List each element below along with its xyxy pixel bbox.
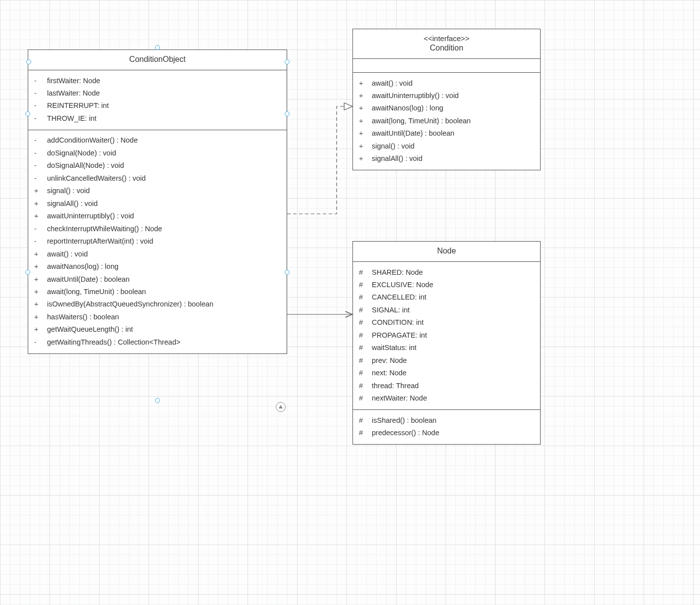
signature: awaitUntil(Date) : boolean [47,274,281,285]
signature: await() : void [47,249,281,259]
signature: doSignal(Node) : void [47,148,281,158]
stereotype-text: <<interface>> [356,34,537,43]
member-row: #waitStatus: int [353,342,540,354]
visibility: - [34,88,47,99]
class-title: Node [353,242,540,262]
member-row: +awaitNanos(log) : long [353,102,540,114]
signature: awaitUninterruptibly() : void [47,210,281,221]
visibility: # [359,267,372,278]
class-title: <<interface>> Condition [353,29,540,59]
selection-handle[interactable] [155,45,160,50]
signature: SIGNAL: int [372,304,534,315]
member-row: #PROPAGATE: int [353,329,540,341]
signature: getWaitingThreads() : Collection<Thread> [47,337,281,348]
class-conditionobject[interactable]: ConditionObject -firstWaiter: Node-lastW… [28,50,287,354]
signature: signalAll() : void [47,198,281,209]
signature: signal() : void [372,141,534,151]
visibility: - [34,173,47,184]
member-row: -firstWaiter: Node [28,74,287,87]
selection-handle[interactable] [285,111,290,116]
signature: unlinkCancelledWaiters() : void [47,173,281,184]
selection-handle[interactable] [155,398,160,403]
member-row: -lastWaiter: Node [28,87,287,99]
selection-handle[interactable] [285,59,290,64]
visibility: # [359,367,372,378]
member-row: -THROW_IE: int [28,112,287,124]
selection-handle[interactable] [25,111,30,116]
visibility: + [34,311,47,322]
visibility: - [34,148,47,158]
member-row: #CANCELLED: int [353,291,540,303]
class-node[interactable]: Node #SHARED: Node#EXCLUSIVE: Node#CANCE… [352,241,541,445]
visibility: + [34,249,47,259]
member-row: +awaitNanos(log) : long [28,260,287,273]
visibility: + [359,115,372,126]
visibility: # [359,355,372,366]
member-row: -REINTERRUPT: int [28,100,287,112]
signature: doSignalAll(Node) : void [47,160,281,171]
signature: await(long, TimeUnit) : boolean [47,286,281,297]
svg-marker-0 [279,405,283,408]
signature: prev: Node [372,355,534,366]
selection-handle[interactable] [285,270,290,275]
signature: firstWaiter: Node [47,75,281,86]
member-row: +signalAll() : void [28,197,287,209]
visibility: + [34,286,47,297]
member-row: -addConditionWaiter() : Node [28,134,287,147]
member-row: +awaitUninterruptibly() : void [28,210,287,222]
signature: signalAll() : void [372,153,534,164]
signature: signal() : void [47,185,281,196]
visibility: + [359,153,372,164]
member-row: -getWaitingThreads() : Collection<Thread… [28,336,287,348]
signature: getWaitQueueLength() : int [47,324,281,335]
member-row: #EXCLUSIVE: Node [353,278,540,291]
signature: CANCELLED: int [372,292,534,302]
signature: addConditionWaiter() : Node [47,135,281,146]
member-row: #CONDITION: int [353,316,540,329]
operations-section: +await() : void+awaitUninterruptibly() :… [353,73,540,170]
signature: EXCLUSIVE: Node [372,279,534,290]
member-row: +await(long, TimeUnit) : boolean [28,286,287,298]
signature: waitStatus: int [372,342,534,353]
visibility: + [359,141,372,151]
member-row: #nextWaiter: Node [353,392,540,404]
member-row: #isShared() : boolean [353,414,540,426]
visibility: # [359,427,372,438]
member-row: #predecessor() : Node [353,427,540,439]
member-row: +getWaitQueueLength() : int [28,323,287,336]
member-row: +await() : void [353,77,540,89]
signature: predecessor() : Node [372,427,534,438]
visibility: - [34,236,47,247]
member-row: +isOwnedBy(AbstractQueuedSynchronizer) :… [28,298,287,310]
selection-handle[interactable] [26,59,31,64]
visibility: + [34,299,47,309]
signature: THROW_IE: int [47,113,281,124]
member-row: #SIGNAL: int [353,303,540,316]
operations-section: -addConditionWaiter() : Node-doSignal(No… [28,130,287,353]
visibility: + [34,210,47,221]
member-row: -doSignal(Node) : void [28,147,287,159]
signature: isOwnedBy(AbstractQueuedSynchronizer) : … [47,299,281,309]
visibility: # [359,415,372,426]
member-row: -unlinkCancelledWaiters() : void [28,172,287,184]
selection-handle[interactable] [25,270,30,275]
member-row: +signalAll() : void [353,152,540,165]
signature: await(long, TimeUnit) : boolean [372,115,534,126]
attributes-section: -firstWaiter: Node-lastWaiter: Node-REIN… [28,70,287,130]
signature: reportInterruptAfterWait(int) : void [47,236,281,247]
signature: next: Node [372,367,534,378]
member-row: -reportInterruptAfterWait(int) : void [28,235,287,248]
expand-handle-icon[interactable] [276,402,286,412]
member-row: #SHARED: Node [353,266,540,278]
visibility: + [359,78,372,89]
signature: nextWaiter: Node [372,393,534,403]
visibility: + [34,198,47,209]
visibility: - [34,135,47,146]
class-title: ConditionObject [28,50,287,70]
visibility: # [359,393,372,403]
visibility: # [359,317,372,328]
signature: SHARED: Node [372,267,534,278]
visibility: # [359,330,372,341]
class-condition[interactable]: <<interface>> Condition +await() : void+… [352,29,541,170]
signature: lastWaiter: Node [47,88,281,99]
